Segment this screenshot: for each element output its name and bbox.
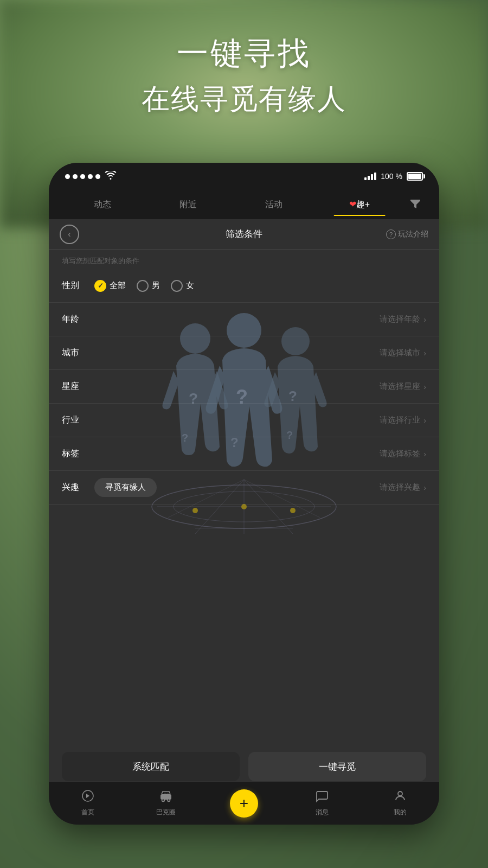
svg-point-25 — [168, 799, 170, 802]
one-click-search-button[interactable]: 一键寻觅 — [248, 752, 426, 781]
help-link[interactable]: ? 玩法介绍 — [386, 229, 428, 239]
add-button[interactable]: + — [230, 789, 258, 818]
svg-point-24 — [162, 799, 165, 802]
help-icon: ? — [386, 229, 396, 239]
age-label: 年龄 — [62, 314, 94, 325]
svg-point-28 — [398, 792, 402, 796]
tab-fujin[interactable]: 附近 — [145, 195, 231, 215]
industry-label: 行业 — [62, 414, 94, 426]
interest-value[interactable]: 请选择兴趣 › — [380, 482, 426, 493]
back-button[interactable]: ‹ — [60, 225, 79, 244]
gender-label: 性别 — [62, 280, 94, 291]
modal-header: ‹ 筛选条件 ? 玩法介绍 — [49, 219, 439, 250]
age-row[interactable]: 年龄 请选择年龄 › — [49, 303, 439, 336]
profile-icon — [394, 789, 407, 806]
top-tab-bar: 动态 附近 活动 ❤趣+ — [49, 190, 439, 219]
city-placeholder: 请选择城市 — [380, 348, 420, 358]
city-row[interactable]: 城市 请选择城市 › — [49, 336, 439, 370]
modal-title: 筛选条件 — [226, 228, 262, 240]
message-icon — [316, 789, 329, 806]
interest-chevron: › — [423, 483, 426, 492]
hero-line1: 一键寻找 — [0, 33, 488, 75]
status-right: 100 % — [364, 172, 423, 181]
svg-point-9 — [192, 508, 198, 513]
interest-placeholder: 请选择兴趣 — [380, 482, 420, 493]
gender-male-label: 男 — [152, 280, 160, 291]
interest-row[interactable]: 兴趣 寻觅有缘人 请选择兴趣 › — [49, 471, 439, 505]
gender-male-radio[interactable] — [137, 280, 149, 292]
status-dots — [65, 174, 100, 179]
svg-rect-26 — [164, 793, 166, 794]
nav-mine-label: 我的 — [394, 808, 407, 817]
nav-message[interactable]: 消息 — [283, 789, 361, 817]
svg-rect-27 — [166, 793, 169, 794]
gender-female-radio[interactable] — [171, 280, 183, 292]
help-label: 玩法介绍 — [398, 229, 428, 239]
nav-home[interactable]: 首页 — [49, 789, 127, 817]
svg-marker-22 — [86, 794, 89, 798]
svg-point-11 — [241, 504, 247, 509]
nav-message-label: 消息 — [316, 808, 329, 817]
car-icon — [159, 789, 173, 806]
battery-icon — [407, 172, 423, 181]
interest-special-button[interactable]: 寻觅有缘人 — [94, 478, 157, 497]
nav-home-label: 首页 — [81, 808, 94, 817]
nav-mine[interactable]: 我的 — [361, 789, 439, 817]
filter-rows: 性别 全部 男 女 年 — [49, 269, 439, 505]
gender-options: 全部 男 女 — [94, 280, 426, 292]
gender-all-option[interactable]: 全部 — [94, 280, 126, 292]
filter-icon[interactable] — [402, 193, 428, 217]
hero-line2: 在线寻觅有缘人 — [0, 80, 488, 118]
gender-all-radio[interactable] — [94, 280, 106, 292]
tab-dongtai[interactable]: 动态 — [60, 195, 145, 215]
phone-frame: 100 % 动态 附近 活动 ❤趣+ ‹ 筛选条件 ? 玩法介绍 — [49, 163, 439, 825]
age-chevron: › — [423, 315, 426, 324]
nav-add: + — [205, 789, 283, 818]
constellation-chevron: › — [423, 382, 426, 391]
bottom-buttons: 系统匹配 一键寻觅 — [49, 752, 439, 781]
gender-male-option[interactable]: 男 — [137, 280, 160, 292]
interest-label: 兴趣 — [62, 482, 94, 493]
wifi-icon — [105, 171, 117, 182]
industry-chevron: › — [423, 416, 426, 425]
status-bar: 100 % — [49, 163, 439, 190]
bottom-nav: 首页 巴克圈 + — [49, 781, 439, 825]
industry-placeholder: 请选择行业 — [380, 415, 420, 425]
constellation-placeholder: 请选择星座 — [380, 381, 420, 392]
system-match-button[interactable]: 系统匹配 — [62, 752, 240, 781]
tags-value[interactable]: 请选择标签 › — [380, 449, 426, 459]
age-value[interactable]: 请选择年龄 › — [380, 314, 426, 324]
constellation-label: 星座 — [62, 381, 94, 392]
hero-section: 一键寻找 在线寻觅有缘人 — [0, 33, 488, 118]
tags-chevron: › — [423, 450, 426, 458]
tags-row[interactable]: 标签 请选择标签 › — [49, 437, 439, 471]
gender-row: 性别 全部 男 女 — [49, 269, 439, 303]
age-placeholder: 请选择年龄 — [380, 314, 420, 324]
tags-placeholder: 请选择标签 — [380, 449, 420, 459]
tags-label: 标签 — [62, 448, 94, 459]
svg-point-10 — [290, 508, 296, 513]
city-value[interactable]: 请选择城市 › — [380, 348, 426, 358]
tab-huodong[interactable]: 活动 — [231, 195, 317, 215]
battery-percent: 100 % — [381, 172, 402, 181]
industry-row[interactable]: 行业 请选择行业 › — [49, 404, 439, 437]
modal-panel: ‹ 筛选条件 ? 玩法介绍 填写您想匹配对象的条件 — [49, 219, 439, 825]
constellation-row[interactable]: 星座 请选择星座 › — [49, 370, 439, 404]
city-label: 城市 — [62, 347, 94, 359]
nav-bakequan-label: 巴克圈 — [156, 808, 176, 817]
gender-all-label: 全部 — [110, 280, 126, 291]
home-icon — [81, 789, 94, 806]
signal-bars — [364, 173, 376, 180]
constellation-value[interactable]: 请选择星座 › — [380, 381, 426, 392]
industry-value[interactable]: 请选择行业 › — [380, 415, 426, 425]
nav-bakequan[interactable]: 巴克圈 — [127, 789, 205, 817]
gender-female-option[interactable]: 女 — [171, 280, 194, 292]
tab-qu[interactable]: ❤趣+ — [317, 195, 402, 215]
city-chevron: › — [423, 349, 426, 358]
gender-female-label: 女 — [186, 280, 194, 291]
modal-subtitle: 填写您想匹配对象的条件 — [49, 250, 439, 269]
